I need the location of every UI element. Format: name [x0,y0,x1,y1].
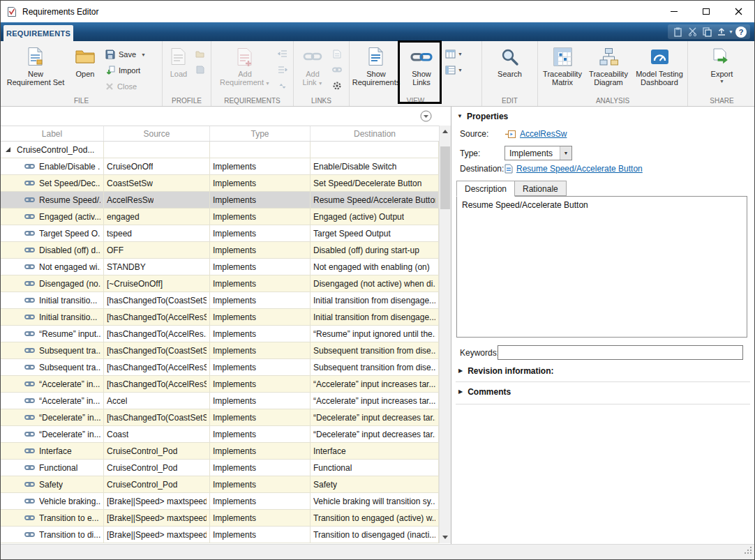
resize-grip[interactable] [744,545,752,557]
help-button[interactable]: ? [735,27,747,38]
add-requirement-button[interactable]: Add Requirement▼ [216,45,274,88]
table-row[interactable]: Transition to di... [Brake||Speed> maxts… [1,527,439,543]
table-row[interactable]: Enable/Disable ... CruiseOnOff Implement… [1,158,439,175]
root-label: CruiseControl_Pod... [17,145,94,155]
table-root-row[interactable]: CruiseControl_Pod... [1,142,439,158]
source-link[interactable]: AccelResSw [520,129,567,139]
table-row[interactable]: Transition to e... [Brake||Speed> maxtsp… [1,510,439,527]
row-type: Implements [213,229,256,239]
link-edit-icon[interactable] [332,64,342,75]
copy-icon[interactable] [701,26,713,38]
revision-information-section[interactable]: ▶ Revision information: [458,366,554,376]
paste-icon[interactable] [671,26,684,38]
demote-requirement-icon[interactable] [278,64,287,75]
section-label-view: VIEW [350,97,481,105]
table-row[interactable]: Resume Speed/... AccelResSw Implements R… [1,192,439,209]
keywords-input[interactable] [498,345,743,360]
description-text: Resume Speed/Accelerate Button [462,200,588,210]
row-source: CruiseControl_Pod [107,480,177,490]
tab-requirements[interactable]: REQUIREMENTS [3,25,73,41]
table-row[interactable]: “Resume” input... [hasChangedTo(AccelRes… [1,326,439,342]
type-dropdown[interactable]: Implements ▼ [504,146,572,160]
close-button[interactable] [722,1,754,22]
column-header-destination[interactable]: Destination [311,126,439,141]
row-type: Implements [213,363,256,372]
properties-header[interactable]: ▼ Properties [457,112,508,121]
row-label: Subsequent tra... [39,363,100,372]
show-requirements-button[interactable]: Show Requirements [352,45,400,86]
show-links-button[interactable]: Show Links [401,45,442,86]
table-row[interactable]: Subsequent tra... [hasChangedTo(AccelRes… [1,359,439,376]
row-label: Initial transitio... [39,296,97,305]
scroll-down-button[interactable] [440,531,451,543]
destination-link[interactable]: Resume Speed/Accelerate Button [516,164,643,174]
table-row[interactable]: Interface CruiseControl_Pod Implements I… [1,443,439,460]
row-type: Implements [213,296,256,305]
table-row[interactable]: “Accelerate” in... [hasChangedTo(AccelRe… [1,376,439,393]
scroll-up-button[interactable] [440,126,451,137]
table-row[interactable]: Disabled (off) d... OFF Implements Disab… [1,242,439,259]
table-row[interactable]: Initial transitio... [hasChangedTo(Coast… [1,292,439,309]
search-button[interactable]: Search [490,45,530,78]
save-button[interactable]: Save ▼ [103,47,160,62]
link-settings-gear-icon[interactable] [332,80,342,91]
section-label-share: SHARE [688,97,755,105]
table-row[interactable]: “Decelerate” in... [hasChangedTo(CoastSe… [1,409,439,426]
table-row[interactable]: Not engaged wi... STANDBY Implements Not… [1,259,439,275]
model-testing-dashboard-button[interactable]: Model Testing Dashboard [631,45,687,86]
row-label: Subsequent tra... [39,346,100,356]
column-header-source[interactable]: Source [104,126,210,141]
link-icon [24,213,35,220]
chevron-down-icon[interactable]: ▼ [728,29,733,34]
column-header-label[interactable]: Label [1,126,104,141]
table-row[interactable]: Functional CruiseControl_Pod Implements … [1,460,439,476]
traceability-diagram-button[interactable]: Traceability Diagram [585,45,631,86]
reorder-requirement-icon[interactable] [278,80,287,91]
new-requirement-set-button[interactable]: New Requirement Set [3,45,68,86]
scrollbar-thumb[interactable] [440,146,450,209]
open-button[interactable]: Open [68,45,103,78]
export-button[interactable]: Export ▼ [703,45,742,84]
table-row[interactable]: Vehicle braking... [Brake||Speed> maxtsp… [1,493,439,510]
view-options-button[interactable] [419,109,433,123]
view-columns-dropdown[interactable]: ▼ [445,48,463,59]
description-textarea[interactable]: Resume Speed/Accelerate Button [456,196,747,338]
table-row[interactable]: Initial transitio... [hasChangedTo(Accel… [1,309,439,326]
maximize-button[interactable] [690,1,722,22]
promote-requirement-icon[interactable] [278,48,287,59]
import-button[interactable]: Import [103,63,160,78]
profile-save-icon[interactable] [195,64,204,75]
link-page-icon[interactable] [332,48,342,59]
close-file-button[interactable]: Close [103,79,160,94]
view-filter-dropdown[interactable]: ▼ [445,64,463,75]
comments-section[interactable]: ▶ Comments [458,387,511,397]
row-destination: Disabled (off) during start-up [313,245,419,255]
tab-rationale[interactable]: Rationale [514,181,567,196]
row-label: “Resume” input... [39,329,100,339]
table-row[interactable]: Target Speed O... tspeed Implements Targ… [1,225,439,242]
expand-collapse-icon[interactable] [5,146,11,153]
table-row[interactable]: Disengaged (no... [~CruiseOnOff] Impleme… [1,275,439,292]
table-row[interactable]: Safety CruiseControl_Pod Implements Safe… [1,476,439,493]
profile-open-icon[interactable] [195,48,204,59]
vertical-scrollbar[interactable] [439,126,451,543]
publish-icon[interactable] [715,26,728,38]
scroll-down-icon [442,536,448,539]
row-label: Not engaged wi... [39,262,100,272]
scrollbar-track[interactable] [440,137,451,531]
table-row[interactable]: “Accelerate” in... Accel Implements “Acc… [1,393,439,409]
table-row[interactable]: Subsequent tra... [hasChangedTo(CoastSet… [1,342,439,359]
row-label: Safety [39,480,63,490]
link-icon [24,179,35,187]
load-profile-button[interactable]: Load [165,45,192,78]
add-link-button[interactable]: Add Link▼ [297,45,329,88]
table-row[interactable]: Set Speed/Dec... CoastSetSw Implements S… [1,175,439,192]
row-destination: Not engaged with enabling (on) [313,262,430,272]
table-row[interactable]: Engaged (activ... engaged Implements Eng… [1,209,439,225]
traceability-matrix-button[interactable]: Traceability Matrix [539,45,585,86]
cut-icon[interactable] [686,26,698,38]
minimize-button[interactable] [658,1,690,22]
table-row[interactable]: “Decelerate” in... Coast Implements “Dec… [1,426,439,443]
tab-description[interactable]: Description [456,181,515,197]
column-header-type[interactable]: Type [210,126,311,141]
